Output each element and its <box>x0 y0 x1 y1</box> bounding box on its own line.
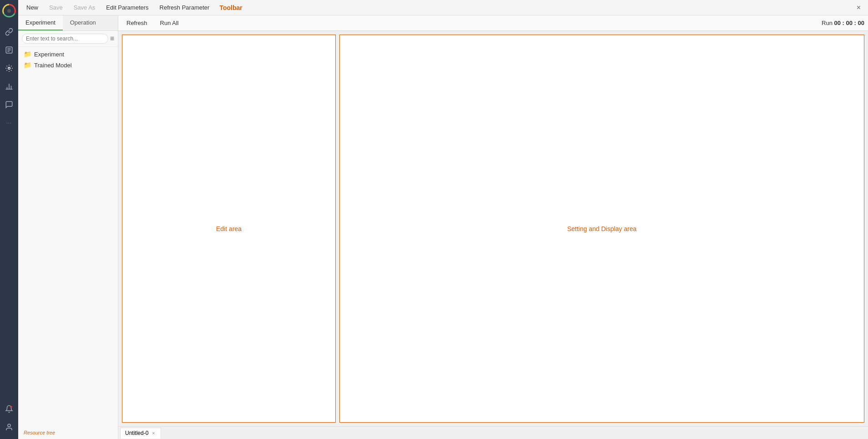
close-button[interactable]: × <box>853 2 864 14</box>
sidebar-icon-bell[interactable] <box>1 401 17 417</box>
sidebar-icon-tool[interactable] <box>1 60 17 76</box>
editor-toolbar: Refresh Run All Run 00 : 00 : 00 <box>118 15 868 31</box>
search-input[interactable] <box>22 34 108 44</box>
tree-item-experiment[interactable]: 📁 Experiment <box>18 49 118 60</box>
folder-icon-trained-model: 📁 <box>24 61 31 69</box>
sidebar-bottom <box>1 401 17 435</box>
tree-label-trained-model: Trained Model <box>34 62 72 69</box>
save-button[interactable]: Save <box>45 3 67 12</box>
edit-parameters-button[interactable]: Edit Parameters <box>101 3 153 12</box>
tab-close-button[interactable]: × <box>151 430 156 436</box>
resource-panel: Experiment Operation ≡ 📁 Experiment 📁 Tr… <box>18 15 118 439</box>
app-logo <box>2 4 16 18</box>
split-pane: Edit area Setting and Display area <box>118 31 868 426</box>
resource-area-label: Resource tree <box>18 426 118 439</box>
sidebar-icon-chart[interactable] <box>1 78 17 95</box>
tab-experiment[interactable]: Experiment <box>18 15 63 30</box>
run-label: Run <box>822 20 833 26</box>
main-content: New Save Save As Edit Parameters Refresh… <box>18 0 868 439</box>
display-pane: Setting and Display area <box>339 35 864 423</box>
tab-bar: Untitled-0 × <box>118 426 868 439</box>
save-as-button[interactable]: Save As <box>69 3 100 12</box>
resource-tree: 📁 Experiment 📁 Trained Model <box>18 47 118 426</box>
tree-label-experiment: Experiment <box>34 51 64 58</box>
tab-label: Untitled-0 <box>125 430 148 436</box>
toolbar: New Save Save As Edit Parameters Refresh… <box>18 0 868 15</box>
sidebar-icon-user[interactable] <box>1 419 17 435</box>
edit-area-label: Edit area <box>216 225 242 232</box>
svg-point-11 <box>10 406 12 408</box>
refresh-parameter-button[interactable]: Refresh Parameter <box>155 3 214 12</box>
edit-pane: Edit area <box>122 35 336 423</box>
refresh-button[interactable]: Refresh <box>122 18 152 28</box>
run-info: Run 00 : 00 : 00 <box>822 20 864 26</box>
svg-point-12 <box>8 424 10 427</box>
resource-tabs: Experiment Operation <box>18 15 118 31</box>
sidebar-icon-comment[interactable] <box>1 96 17 113</box>
sidebar: ··· <box>0 0 18 439</box>
svg-point-1 <box>7 9 11 13</box>
search-row: ≡ <box>18 31 118 47</box>
new-button[interactable]: New <box>22 3 43 12</box>
svg-point-6 <box>8 67 10 70</box>
body-area: Experiment Operation ≡ 📁 Experiment 📁 Tr… <box>18 15 868 439</box>
menu-button[interactable]: ≡ <box>110 35 114 43</box>
toolbar-title: Toolbar <box>219 4 242 11</box>
display-area-label: Setting and Display area <box>567 225 637 232</box>
tab-item-untitled[interactable]: Untitled-0 × <box>120 428 161 439</box>
run-time: 00 : 00 : 00 <box>834 20 865 26</box>
sidebar-icon-document[interactable] <box>1 42 17 58</box>
tab-operation[interactable]: Operation <box>63 15 103 30</box>
sidebar-icon-link[interactable] <box>1 24 17 40</box>
sidebar-icon-more[interactable]: ··· <box>1 115 17 131</box>
tree-item-trained-model[interactable]: 📁 Trained Model <box>18 60 118 71</box>
folder-icon-experiment: 📁 <box>24 50 31 58</box>
run-all-button[interactable]: Run All <box>156 18 183 28</box>
editor-area: Refresh Run All Run 00 : 00 : 00 Edit ar… <box>118 15 868 439</box>
